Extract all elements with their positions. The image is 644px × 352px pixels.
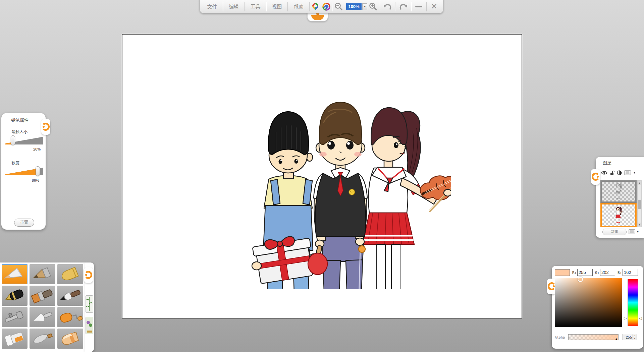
tool-ink-brush[interactable]: [57, 286, 83, 306]
tool-palette-knife[interactable]: [30, 307, 55, 327]
tool-paint-roller[interactable]: [57, 307, 83, 327]
texture-bamboo-button[interactable]: [86, 295, 93, 313]
menu-tools[interactable]: 工具: [245, 0, 266, 13]
toolbar-separator: [426, 2, 427, 11]
app-window: 文件 编辑 工具 视图 帮助: [0, 0, 644, 352]
hue-slider[interactable]: [628, 279, 638, 326]
minimize-icon: [415, 6, 422, 7]
pencil-panel-handle[interactable]: [41, 119, 50, 135]
palette-handle[interactable]: [84, 267, 93, 283]
layers-panel-handle[interactable]: [591, 169, 600, 185]
spinner-down-icon[interactable]: ▼: [633, 337, 637, 340]
green-label: G:: [595, 271, 599, 275]
hue-arrow-right-icon[interactable]: ◁: [639, 316, 642, 320]
redo-button[interactable]: [396, 1, 411, 12]
layer-menu-button[interactable]: [624, 170, 631, 175]
close-button[interactable]: ✕: [427, 1, 441, 12]
red-label: R:: [572, 271, 577, 275]
toolbar-separator: [411, 2, 411, 11]
close-icon: ✕: [431, 3, 437, 10]
tool-airbrush[interactable]: [2, 307, 28, 327]
menu-view[interactable]: 视图: [267, 0, 287, 13]
brush-size-slider-thumb[interactable]: [11, 135, 15, 145]
scroll-down-icon[interactable]: ▼: [638, 223, 641, 227]
zoom-in-button[interactable]: [367, 1, 379, 12]
zoom-dropdown-button[interactable]: ▼: [362, 3, 367, 10]
toolbar-separator: [332, 2, 332, 11]
toolbar-separator: [245, 2, 245, 11]
chevron-down-icon[interactable]: ▼: [637, 231, 639, 233]
tool-crayon[interactable]: [57, 264, 83, 284]
drawing-canvas[interactable]: [122, 34, 522, 318]
alpha-marker-icon[interactable]: ▲: [615, 338, 618, 341]
current-color-swatch: [555, 269, 570, 276]
zoom-out-button[interactable]: [333, 1, 345, 12]
rainbow-figure-icon[interactable]: [310, 1, 321, 12]
alpha-label: Alpha: [555, 336, 565, 339]
blue-value-field[interactable]: [623, 269, 638, 276]
red-value-field[interactable]: [577, 269, 593, 276]
tool-flat-brush[interactable]: [30, 286, 55, 306]
panel-handle-dot: [597, 176, 599, 178]
pencil-panel-title: 铅笔属性: [11, 117, 29, 123]
girl-violin: [363, 108, 451, 289]
layer-thumbnail-sketch[interactable]: [600, 180, 637, 203]
scrollbar-thumb[interactable]: [638, 200, 641, 209]
menu-file[interactable]: 文件: [202, 0, 222, 13]
tool-pencil[interactable]: [2, 264, 28, 284]
undo-button[interactable]: [380, 1, 395, 12]
tool-fountain-pen[interactable]: [2, 286, 28, 306]
brush-size-slider[interactable]: [5, 136, 44, 146]
toolbar-separator: [395, 2, 395, 11]
texture-picture-button[interactable]: [86, 317, 93, 334]
tool-eraser[interactable]: [57, 329, 83, 349]
layers-panel: 图层 ▼: [596, 157, 644, 238]
brush-size-label: 笔触大小: [11, 129, 28, 135]
softness-slider-thumb[interactable]: [36, 166, 40, 176]
hue-arrow-left-icon[interactable]: ▷: [624, 316, 627, 320]
alpha-value: 255: [623, 335, 633, 339]
tool-leaf-blade[interactable]: [30, 329, 55, 349]
toolbar-collapse-tab[interactable]: [307, 12, 328, 21]
canvas-artwork: [233, 92, 451, 289]
alpha-value-box[interactable]: 255 ▲ ▼: [623, 334, 637, 340]
spinner-up-icon[interactable]: ▲: [633, 334, 637, 337]
toolbar-separator: [380, 2, 380, 11]
chevron-down-icon[interactable]: ▼: [633, 172, 636, 174]
layer-opacity-icon[interactable]: [617, 170, 622, 175]
blue-label: B:: [618, 271, 622, 275]
main-toolbar: 文件 编辑 工具 视图 帮助: [200, 0, 443, 13]
tool-paint-jar[interactable]: [2, 329, 28, 349]
toolbar-separator: [309, 2, 310, 11]
alpha-slider[interactable]: ▲: [568, 334, 619, 340]
menu-help[interactable]: 帮助: [288, 0, 309, 13]
reset-button[interactable]: 重置: [14, 219, 34, 227]
layer-lock-icon[interactable]: [610, 170, 614, 175]
softness-slider[interactable]: [5, 167, 44, 177]
layers-scrollbar[interactable]: ▲ ▼: [637, 180, 642, 227]
zoom-level-field[interactable]: 100%: [346, 3, 362, 10]
boy-pingpong: [308, 102, 367, 289]
pencil-properties-panel: 铅笔属性 笔触大小 20% 软度 86% 重置: [1, 113, 46, 230]
layers-options-button[interactable]: [629, 229, 635, 234]
layers-panel-title: 图层: [603, 160, 611, 166]
softness-value: 86%: [32, 178, 39, 182]
green-value-field[interactable]: [600, 269, 615, 276]
saturation-value-picker[interactable]: [555, 278, 622, 327]
panel-handle-dot: [85, 274, 87, 276]
menu-edit[interactable]: 编辑: [223, 0, 244, 13]
toolbar-separator: [223, 2, 223, 11]
brush-palette: [0, 262, 97, 352]
rainbow-swirl-icon[interactable]: [321, 1, 332, 12]
chevron-down-icon: ▼: [364, 5, 366, 8]
tool-wood-pencil[interactable]: [30, 264, 55, 284]
minimize-button[interactable]: [412, 1, 426, 12]
panel-handle-dot: [43, 126, 45, 128]
layer-thumbnail-active[interactable]: [600, 203, 637, 227]
brush-size-value: 20%: [33, 147, 41, 151]
softness-label: 软度: [11, 160, 19, 166]
new-layer-button[interactable]: 新建: [602, 229, 627, 235]
scroll-up-icon[interactable]: ▲: [638, 181, 641, 185]
color-cursor[interactable]: [578, 277, 583, 282]
layer-visibility-eye-icon[interactable]: [601, 171, 607, 175]
